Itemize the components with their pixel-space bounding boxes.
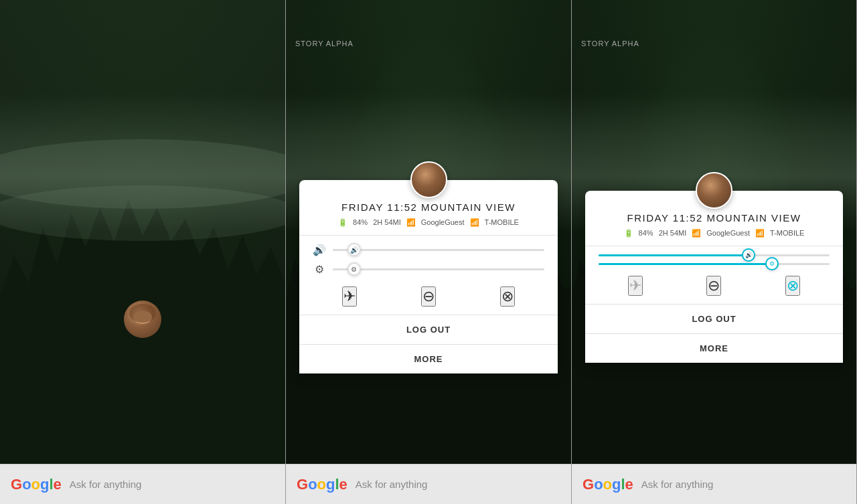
volume-track-3[interactable]: 🔊 bbox=[599, 254, 830, 256]
volume-icon: 🔊 bbox=[313, 244, 326, 256]
dnd-toggle-3[interactable]: ⊖ bbox=[706, 276, 721, 296]
wifi-name-3: GoogleGuest bbox=[706, 229, 750, 237]
google-logo-3: Google bbox=[582, 476, 633, 493]
mist-2 bbox=[0, 185, 285, 241]
battery-pct: 84% bbox=[353, 218, 368, 226]
more-button-3[interactable]: MORE bbox=[585, 333, 843, 363]
brightness-slider-row: ⚙ ⚙ bbox=[313, 263, 544, 276]
avatar bbox=[123, 299, 163, 339]
panel-quicksettings: STORY ALPHA FRIDAY 11:52 MOUNTAIN VIEW 🔋… bbox=[286, 0, 572, 504]
qs-avatar bbox=[410, 161, 447, 198]
battery-time-3: 2H 54MI bbox=[659, 229, 687, 237]
qs-card-container: FRIDAY 11:52 MOUNTAIN VIEW 🔋 84% 2H 54MI… bbox=[286, 50, 571, 464]
signal-icon: 📶 bbox=[470, 218, 479, 227]
carrier: T-MOBILE bbox=[485, 218, 519, 226]
quicksettings-card-3: FRIDAY 11:52 MOUNTAIN VIEW 🔋 84% 2H 54MI… bbox=[585, 191, 843, 363]
volume-fill-3 bbox=[599, 254, 749, 256]
volume-thumb[interactable]: 🔊 bbox=[347, 243, 361, 256]
qs-avatar-area bbox=[286, 161, 571, 198]
battery-icon-qs: 🔋 bbox=[338, 218, 347, 227]
brightness-fill-3 bbox=[599, 263, 772, 265]
volume-thumb-icon: 🔊 bbox=[350, 246, 358, 254]
dnd-toggle[interactable]: ⊖ bbox=[421, 286, 436, 307]
qs-time-3: FRIDAY 11:52 MOUNTAIN VIEW bbox=[585, 212, 843, 229]
more-button[interactable]: MORE bbox=[299, 344, 558, 373]
wifi-name: GoogleGuest bbox=[421, 218, 465, 226]
log-out-button[interactable]: LOG OUT bbox=[299, 315, 558, 344]
quicksettings-card: FRIDAY 11:52 MOUNTAIN VIEW 🔋 84% 2H 54MI… bbox=[299, 180, 558, 373]
brightness-thumb-3[interactable]: ⚙ bbox=[765, 257, 779, 270]
qs-status-row-3: 🔋 84% 2H 54MI 📶 GoogleGuest 📶 T-MOBILE bbox=[585, 229, 843, 246]
volume-slider-row: 🔊 🔊 bbox=[313, 244, 544, 256]
qs-avatar-3 bbox=[696, 172, 732, 209]
background-container bbox=[0, 0, 285, 464]
signal-icon-3: 📶 bbox=[755, 229, 765, 238]
search-text-2[interactable]: Ask for anything bbox=[356, 479, 428, 490]
google-bar[interactable]: Google Ask for anything bbox=[0, 464, 285, 504]
qs-card-container-3: FRIDAY 11:52 MOUNTAIN VIEW 🔋 84% 2H 54MI… bbox=[572, 50, 856, 464]
battery-icon-qs-3: 🔋 bbox=[624, 229, 633, 238]
google-bar-2[interactable]: Google Ask for anything bbox=[286, 464, 571, 504]
qs-sliders-3: 🔊 ⚙ bbox=[585, 254, 843, 273]
brightness-slider-row-3: ⚙ bbox=[599, 263, 830, 265]
volume-thumb-3[interactable]: 🔊 bbox=[742, 248, 755, 262]
brightness-thumb-icon-3: ⚙ bbox=[769, 260, 775, 267]
avatar-image bbox=[124, 301, 161, 338]
panel-lockscreen: EMAIL STORY ALPHA FRIDAY bbox=[0, 0, 286, 504]
volume-slider-row-3: 🔊 bbox=[599, 254, 830, 256]
qs-divider-1 bbox=[299, 235, 558, 236]
brightness-track-3[interactable]: ⚙ bbox=[599, 263, 830, 265]
search-text-3[interactable]: Ask for anything bbox=[641, 479, 714, 490]
qs-time: FRIDAY 11:52 MOUNTAIN VIEW bbox=[299, 201, 558, 218]
brightness-icon: ⚙ bbox=[313, 263, 326, 276]
brightness-track[interactable]: ⚙ bbox=[333, 268, 544, 270]
rotate-toggle[interactable]: ⊗ bbox=[500, 286, 515, 307]
qs-toggles-3: ✈ ⊖ ⊗ bbox=[585, 273, 843, 304]
airplane-mode-toggle[interactable]: ✈ bbox=[342, 286, 357, 307]
qs-sliders: 🔊 🔊 ⚙ ⚙ bbox=[299, 244, 558, 284]
qs-status-row: 🔋 84% 2H 54MI 📶 GoogleGuest 📶 T-MOBILE bbox=[299, 218, 558, 235]
story-label-2: STORY ALPHA bbox=[286, 37, 571, 50]
qs-divider-3 bbox=[585, 246, 843, 246]
qs-avatar-area-3 bbox=[572, 172, 856, 209]
brightness-thumb-icon: ⚙ bbox=[351, 266, 357, 273]
brightness-thumb[interactable]: ⚙ bbox=[347, 262, 361, 276]
rotate-toggle-3[interactable]: ⊗ bbox=[785, 276, 800, 296]
qs-toggles: ✈ ⊖ ⊗ bbox=[299, 284, 558, 315]
google-bar-3[interactable]: Google Ask for anything bbox=[572, 464, 856, 504]
wifi-icon-3: 📶 bbox=[692, 229, 701, 238]
battery-time: 2H 54MI bbox=[373, 218, 401, 226]
battery-pct-3: 84% bbox=[639, 229, 653, 237]
panel-quicksettings-active: STORY ALPHA FRIDAY 11:52 MOUNTAIN VIEW 🔋… bbox=[572, 0, 857, 504]
airplane-mode-toggle-3[interactable]: ✈ bbox=[628, 276, 643, 296]
google-logo-2: Google bbox=[297, 476, 347, 493]
volume-thumb-icon-3: 🔊 bbox=[745, 252, 753, 258]
volume-track[interactable]: 🔊 bbox=[333, 249, 544, 251]
google-logo: Google bbox=[11, 476, 62, 493]
carrier-3: T-MOBILE bbox=[770, 229, 804, 237]
wifi-icon: 📶 bbox=[406, 218, 416, 227]
search-text[interactable]: Ask for anything bbox=[70, 479, 142, 490]
story-label-3: STORY ALPHA bbox=[572, 37, 856, 50]
log-out-button-3[interactable]: LOG OUT bbox=[585, 304, 843, 333]
